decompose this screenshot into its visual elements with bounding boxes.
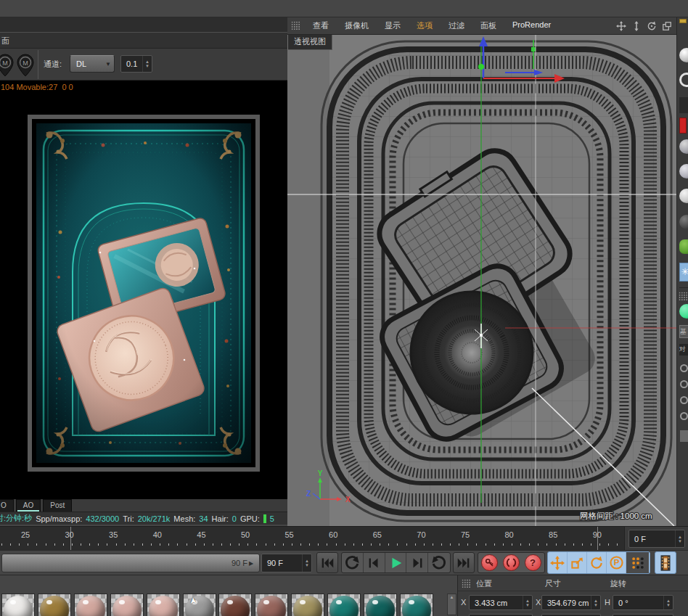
strength-field[interactable]: 0.1 ▲▼ xyxy=(120,55,152,73)
spinner-arrows-icon[interactable]: ▲▼ xyxy=(302,554,311,572)
radio-circle-icon[interactable] xyxy=(680,364,688,372)
svg-text:Z: Z xyxy=(306,490,311,498)
red-material-icon[interactable] xyxy=(679,118,687,134)
autokeying-button[interactable] xyxy=(500,553,522,572)
radio-circle-icon[interactable] xyxy=(680,380,688,388)
spinner-arrows-icon[interactable]: ▲▼ xyxy=(142,56,152,72)
material-sphere-icon[interactable] xyxy=(679,48,688,62)
render-tab[interactable]: AO xyxy=(16,499,41,512)
key-scale-button[interactable] xyxy=(568,552,587,573)
render-overlay-stats: 104 Movable:27 0 0 xyxy=(1,83,73,91)
viewport-menu-item[interactable]: 显示 xyxy=(377,20,409,31)
material-swatch-khaki-metal[interactable] xyxy=(291,594,324,616)
go-to-end-button[interactable] xyxy=(453,552,475,573)
playhead-marker[interactable] xyxy=(597,527,598,551)
render-tab[interactable]: Post xyxy=(43,499,72,512)
spinner-arrows-icon[interactable]: ▲▼ xyxy=(675,530,684,547)
key-position-button[interactable] xyxy=(548,552,568,573)
coordinates-header: 位置尺寸旋转 xyxy=(458,575,688,591)
material-sphere xyxy=(76,596,105,616)
next-frame-button[interactable] xyxy=(406,553,428,572)
viewport-canvas[interactable]: Y X Z 网格间距 : 1000 cm 透视视图 xyxy=(287,35,676,526)
coord-value-field[interactable]: 0 °▲▼ xyxy=(613,595,673,610)
material-sphere-icon[interactable] xyxy=(679,164,688,178)
viewport-menu-item[interactable]: 面板 xyxy=(472,20,504,31)
pan-view-icon[interactable] xyxy=(616,21,626,31)
status-mesh-label: Mesh: xyxy=(173,514,195,523)
material-sphere-icon[interactable] xyxy=(679,189,688,203)
material-sphere xyxy=(112,596,142,616)
circle-icon[interactable] xyxy=(679,73,688,87)
spinner-arrows-icon[interactable]: ▲▼ xyxy=(591,596,600,609)
timeline-tick-label: 30 xyxy=(65,530,73,539)
go-to-start-button[interactable] xyxy=(316,552,338,573)
view-label[interactable]: 透视视图 xyxy=(288,35,332,50)
corner-tab-label[interactable]: 面 xyxy=(1,36,9,46)
timeline-range-slider[interactable]: 90 F ▶ xyxy=(1,554,260,572)
material-swatch-white-gloss[interactable] xyxy=(1,594,35,616)
material-sphere-icon[interactable] xyxy=(679,139,688,154)
timeline-tick-label: 45 xyxy=(197,530,205,539)
material-swatch-gray-refractive[interactable]: ➤ xyxy=(183,594,216,616)
radio-circle-icon[interactable] xyxy=(680,396,688,404)
key-rotation-button[interactable] xyxy=(587,552,607,573)
viewport-menu-item[interactable]: 选项 xyxy=(409,20,441,31)
status-hair-label: Hair: xyxy=(212,514,229,523)
viewport-menu-item[interactable]: 查看 xyxy=(305,20,337,31)
material-swatch-nude-smooth[interactable] xyxy=(147,594,180,616)
viewport-menu-item[interactable]: 过滤 xyxy=(441,20,472,31)
spinner-arrows-icon[interactable]: ▲▼ xyxy=(663,596,673,609)
cut-button[interactable]: 基 xyxy=(679,325,688,338)
play-button[interactable] xyxy=(385,553,407,572)
next-key-button[interactable] xyxy=(428,553,450,572)
zoom-view-icon[interactable] xyxy=(631,21,642,31)
pin-icon[interactable]: M xyxy=(0,53,16,78)
grip-handle-icon[interactable] xyxy=(679,292,688,301)
record-keyframe-button[interactable] xyxy=(478,553,500,572)
current-frame-field[interactable]: 90 F ▲▼ xyxy=(261,554,312,572)
material-swatch-nude-speckled[interactable] xyxy=(110,594,144,616)
grip-handle-icon[interactable] xyxy=(291,21,300,30)
coord-value-field[interactable]: 354.679 cm▲▼ xyxy=(541,595,601,610)
material-sphere-icon[interactable] xyxy=(679,215,688,229)
toggle-panel-layout-icon[interactable] xyxy=(662,21,672,31)
previous-key-button[interactable] xyxy=(342,553,364,572)
dark-tile-icon[interactable] xyxy=(679,97,688,113)
start-frame-field[interactable]: 0 F ▲▼ xyxy=(628,530,685,548)
viewport-menu-item[interactable]: 摄像机 xyxy=(337,20,377,31)
previous-frame-button[interactable] xyxy=(364,553,385,572)
material-swatch-gold-ornate[interactable] xyxy=(38,594,71,616)
render-result-area[interactable]: 104 Movable:27 0 0 xyxy=(0,81,287,499)
gray-box-icon[interactable] xyxy=(679,430,688,443)
coord-value-field[interactable]: 3.433 cm▲▼ xyxy=(469,595,533,610)
viewport-menu-item[interactable]: ProRender xyxy=(504,20,559,31)
spinner-arrows-icon[interactable]: ▲▼ xyxy=(523,596,532,609)
material-swatch-teal-sparkle[interactable] xyxy=(400,594,433,616)
render-tab[interactable]: O xyxy=(0,499,14,512)
timeline-tick-label: 60 xyxy=(329,530,337,539)
green-dot-icon[interactable] xyxy=(679,304,688,319)
timeline-tick-label: 40 xyxy=(153,530,162,539)
render-preview-button[interactable] xyxy=(655,551,676,574)
palette-icon[interactable] xyxy=(679,19,687,23)
key-parameter-button[interactable]: P xyxy=(607,552,626,573)
pin-icon[interactable]: M xyxy=(15,53,36,78)
preview-marker[interactable] xyxy=(70,527,71,551)
selected-tool-icon[interactable]: ✳ xyxy=(679,263,688,282)
timeline-ruler[interactable]: 2530354045505560657075808590 0 F ▲▼ xyxy=(0,526,688,550)
radio-circle-icon[interactable] xyxy=(680,412,688,420)
timeline-tick-label: 80 xyxy=(504,530,513,539)
material-swatch-teal-gloss[interactable] xyxy=(327,594,361,616)
material-swatch-mauve-gloss[interactable] xyxy=(255,594,288,616)
channel-dropdown[interactable]: DL ▼ xyxy=(70,55,115,73)
rotate-view-icon[interactable] xyxy=(647,21,657,31)
green-object-icon[interactable] xyxy=(679,239,688,254)
material-swatch-nude-matte[interactable] xyxy=(74,594,107,616)
material-swatch-copper-gloss[interactable] xyxy=(218,594,252,616)
materials-scrollbar[interactable]: ▲ xyxy=(447,594,456,615)
material-swatch-teal-dark[interactable] xyxy=(364,594,397,616)
grip-handle-icon[interactable] xyxy=(462,579,471,588)
key-pla-button[interactable] xyxy=(626,552,649,573)
keyframe-selection-button[interactable]: ? xyxy=(522,553,544,572)
slider-handle-icon[interactable]: ▶ xyxy=(249,560,259,567)
